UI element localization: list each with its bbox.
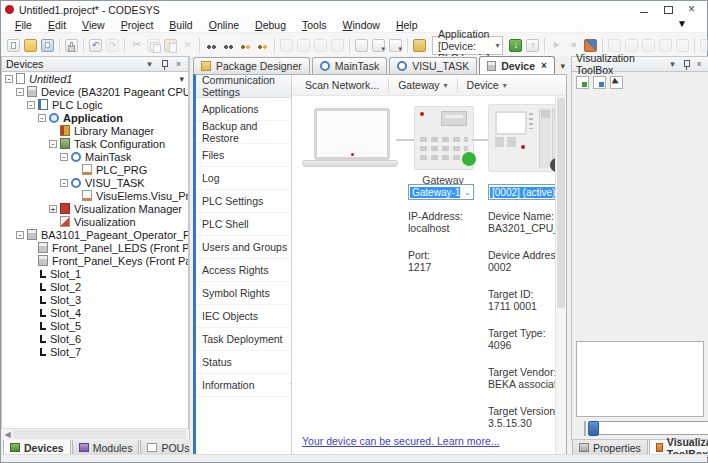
expand-toggle-icon[interactable]: - [38,114,46,122]
expand-toggle-icon[interactable]: + [49,205,57,213]
tree-item[interactable]: Visualization [2,215,188,228]
menu-item[interactable]: Online [201,19,247,31]
toolbar-icon[interactable] [349,38,350,53]
tab-package-designer[interactable]: Package Designer [193,57,310,74]
toolbar-icon[interactable] [526,39,539,52]
tree-item[interactable]: Slot_3 [2,293,188,306]
expand-toggle-icon[interactable]: - [5,75,13,83]
toolbar-icon[interactable] [676,39,689,52]
toolbar-icon[interactable] [608,39,621,52]
tree-item[interactable]: Slot_1 [2,267,188,280]
toolbar-icon[interactable] [372,39,385,52]
nav-item[interactable]: Access Rights [196,259,291,282]
device-menu-button[interactable]: Device ▾ [460,77,514,93]
menu-item[interactable]: Tools [294,19,335,31]
toolbar-icon[interactable] [124,38,125,53]
minimize-button[interactable] [639,5,649,15]
toolbar-icon[interactable] [239,39,252,52]
expand-toggle-icon[interactable]: - [60,179,68,187]
nav-item[interactable]: PLC Shell [196,213,291,236]
toolbar-icon[interactable] [24,39,37,52]
project-dropdown-icon[interactable]: ▾ [179,74,184,84]
nav-item[interactable]: Users and Groups [196,236,291,259]
nav-item[interactable]: Symbol Rights [196,282,291,305]
add-visualization-icon[interactable] [576,76,589,89]
toolbar-icon[interactable] [280,39,293,52]
nav-item[interactable]: Log [196,167,291,190]
menu-item[interactable]: Project [113,19,162,31]
gateway-select[interactable]: Gateway-1 ⌄ [408,184,474,200]
tree-item[interactable]: - PLC Logic [2,98,188,111]
menu-item[interactable]: Debug [247,19,294,31]
search-icon[interactable] [584,421,586,436]
expand-toggle-icon[interactable]: - [60,153,68,161]
nav-item[interactable]: Communication Settings [196,75,291,98]
tab-maintask[interactable]: MainTask [312,57,387,74]
tab-device[interactable]: Device × [479,56,555,74]
nav-item[interactable]: Task Deployment [196,328,291,351]
tree-item[interactable]: Slot_5 [2,319,188,332]
toolbar-icon[interactable] [331,39,344,52]
menu-item[interactable]: Window [335,19,388,31]
toolbar-icon[interactable] [625,39,638,52]
tree-item[interactable]: Front_Panel_Keys (Front Panel Keys) [2,254,188,267]
tree-item[interactable]: Library Manager [2,124,188,137]
close-button[interactable] [687,5,697,15]
expand-toggle-icon[interactable]: - [27,101,35,109]
toolbar-icon[interactable] [407,38,408,53]
nav-item[interactable]: IEC Objects [196,305,291,328]
nav-item[interactable]: Status [196,351,291,374]
toolbar-icon[interactable] [89,39,102,52]
toolbox-search-input[interactable] [589,421,708,435]
menu-item[interactable]: Edit [40,19,74,31]
tree-item[interactable]: VisuElems.Visu_Prg [2,189,188,202]
scan-network-button[interactable]: Scan Network... [298,77,386,93]
pin-icon[interactable] [682,59,690,70]
toolbar-icon[interactable] [106,39,119,52]
toolbar-icon[interactable] [147,39,160,52]
toolbar-icon[interactable] [694,38,695,53]
nav-item[interactable]: Information [196,374,291,397]
expand-toggle-icon[interactable]: - [49,140,57,148]
tree-item[interactable]: Slot_2 [2,280,188,293]
toolbar-icon[interactable] [509,39,522,52]
tree-item[interactable]: PLC_PRG [2,163,188,176]
toolbar-icon[interactable] [164,39,177,52]
menu-item[interactable]: Build [161,19,200,31]
toolbar-icon[interactable] [83,38,84,53]
tab-visu-task[interactable]: VISU_TASK [389,57,477,74]
menu-item[interactable]: File [7,19,40,31]
toolbar-icon[interactable] [59,38,60,53]
toolbar-icon[interactable] [7,39,20,52]
nav-item[interactable]: PLC Settings [196,190,291,213]
tree-item[interactable]: Slot_4 [2,306,188,319]
toolbar-icon[interactable] [584,39,597,52]
image-pointer-icon[interactable] [610,76,623,89]
tree-item[interactable]: Slot_7 [2,345,188,358]
active-application-selector[interactable]: Application [Device: PLC Logic] ▾ [432,36,503,55]
panel-menu-icon[interactable]: ▾ [144,59,155,69]
scroll-left-icon[interactable]: ◀ [2,430,13,439]
tab-list-dropdown-icon[interactable]: ▾ [560,61,565,71]
toolbar-icon[interactable] [544,38,545,53]
toolbar-icon[interactable] [314,39,327,52]
device-security-link[interactable]: Your device can be secured. Learn more..… [302,435,499,447]
toolbar-icon[interactable] [130,39,143,52]
toolbar-icon[interactable] [297,39,310,52]
add-frame-icon[interactable] [593,76,606,89]
tree-item[interactable]: - MainTask [2,150,188,163]
filter-icon[interactable]: ▼ [677,18,687,29]
maximize-button[interactable] [663,5,673,15]
toolbar-icon[interactable] [205,39,218,52]
toolbar-icon[interactable] [413,39,426,52]
menu-item[interactable]: Help [388,19,426,31]
gateway-menu-button[interactable]: Gateway ▾ [391,77,454,93]
toolbar-icon[interactable] [550,39,563,52]
pin-icon[interactable] [160,59,169,70]
menu-item[interactable]: View [74,19,113,31]
tree-item[interactable]: Front_Panel_LEDS (Front Panel LEDS) [2,241,188,254]
tree-item[interactable]: - Untitled1 [2,72,188,85]
tree-item[interactable]: - Application [2,111,188,124]
panel-close-icon[interactable]: × [694,59,704,69]
toolbar-icon[interactable] [389,39,402,52]
